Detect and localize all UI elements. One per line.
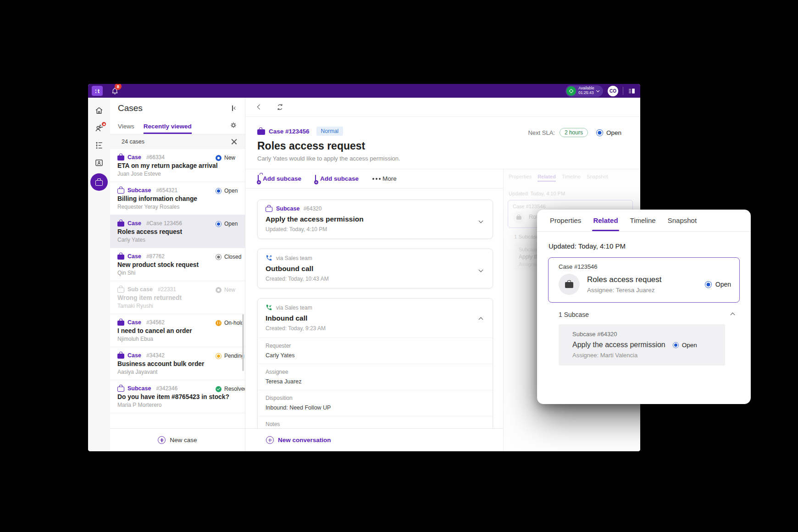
page-title: Roles access request (257, 140, 622, 152)
app-grid-button[interactable] (95, 435, 103, 442)
case-number: #654321 (156, 187, 177, 194)
chevron-up-icon[interactable] (731, 312, 735, 317)
field-value: Inbound: Need Follow UP (266, 405, 485, 411)
case-list-item[interactable]: Case #34342 Pending Business account bul… (110, 347, 245, 380)
case-number: #66334 (146, 154, 165, 161)
case-cards: Subcase #64320 Apply the access permissi… (245, 188, 503, 428)
nav-contacts[interactable] (94, 158, 104, 168)
add-subcase-note-button[interactable]: Add subcase (315, 175, 359, 182)
case-status: Open (705, 281, 731, 288)
cases-panel-tabs: Views Recently viewed (110, 119, 245, 134)
main-toolbar (245, 98, 640, 117)
user-avatar[interactable]: CO (608, 86, 618, 96)
case-list-item[interactable]: Case #66334 New ETA on my return package… (110, 149, 245, 182)
desktop-background: t 8 Available 01:25:43 CO (0, 0, 798, 532)
case-briefcase-icon (117, 255, 124, 260)
more-button[interactable]: More (372, 175, 397, 182)
case-assignee: Assignee: Teresa Juarez (587, 287, 662, 294)
related-case-card[interactable]: Case #123546 Roles access request Assign… (548, 257, 740, 303)
case-type-label: Case (127, 154, 141, 161)
availability-status[interactable]: Available 01:25:43 (565, 85, 603, 97)
subcase-card[interactable]: Subcase #64320 Apply the access permissi… (257, 200, 493, 239)
case-list-item[interactable]: Subcase #654321 Open Billing information… (110, 182, 245, 215)
close-icon[interactable] (231, 139, 237, 145)
tab-snapshot[interactable]: Snapshot (668, 210, 697, 231)
new-conversation-button[interactable]: New conversation (245, 428, 503, 451)
case-title: Wrong item returnedt (117, 294, 238, 301)
inbound-call-card[interactable]: via Sales team Inbound call Created: Tod… (257, 298, 493, 428)
cases-panel: Cases Views Recently viewed (110, 98, 245, 451)
nav-cases[interactable] (90, 173, 108, 191)
status-label: Open (224, 221, 238, 227)
chevron-down-icon (596, 89, 600, 93)
call-fields: Requester Carly Yates Assignee Teresa Ju… (258, 338, 493, 428)
case-list-item[interactable]: Subcase #342346 Resolved Do you have ite… (110, 380, 245, 413)
card-via-label: via Sales team (276, 255, 312, 261)
nav-workspace[interactable] (94, 140, 104, 150)
subcase-title: Apply the access permission (572, 341, 665, 349)
case-list-item[interactable]: Case #34562 On-hold I need to cancel an … (110, 314, 245, 347)
case-briefcase-icon (117, 222, 124, 227)
refresh-icon[interactable] (276, 103, 284, 111)
collapse-panel-icon[interactable] (232, 105, 236, 111)
workflow-icon (94, 141, 104, 150)
tab-views[interactable]: Views (118, 123, 134, 134)
app-logo[interactable]: t (92, 86, 103, 96)
tab-recently-viewed[interactable]: Recently viewed (144, 123, 192, 134)
related-subcase-card[interactable]: Subcase #64320 Apply the access permissi… (559, 324, 725, 366)
status-label: Open (682, 342, 697, 349)
topbar-right: Available 01:25:43 CO (565, 85, 636, 97)
add-subcase-label: Add subcase (263, 175, 301, 182)
field-disposition: Disposition Inbound: Need Follow UP (258, 390, 493, 416)
popup-tabs: Properties Related Timeline Snapshot (537, 210, 751, 232)
status-open-icon (216, 221, 222, 227)
status-label: Open (606, 129, 621, 136)
notification-badge: 8 (115, 84, 122, 90)
new-case-label: New case (170, 437, 197, 443)
new-case-button[interactable]: New case (110, 428, 245, 451)
tab-related[interactable]: Related (593, 210, 618, 231)
status-closed-icon (216, 254, 222, 260)
field-label: Assignee (266, 369, 485, 375)
case-title: Roles access request (117, 228, 238, 235)
case-type-label: Subcase (127, 187, 151, 194)
case-title: Roles access request (587, 275, 662, 284)
available-status-icon (566, 86, 576, 96)
card-title: Apply the access permission (266, 215, 485, 223)
case-list-item-disabled[interactable]: Sub case #22331 New Wrong item returnedt… (110, 281, 245, 314)
tab-properties[interactable]: Properties (550, 210, 581, 231)
settings-button[interactable] (230, 122, 237, 134)
card-meta: Created: Today, 9:23 AM (266, 325, 485, 332)
tab-timeline[interactable]: Timeline (630, 210, 656, 231)
more-dots-icon (372, 178, 374, 180)
case-number: #Case 123456 (146, 220, 182, 227)
card-meta: Updated: Today, 4:10 PM (266, 226, 485, 233)
case-list-item-selected[interactable]: Case #Case 123456 Open Roles access requ… (110, 215, 245, 248)
case-subtitle: Requester Yeray Rosales (117, 204, 238, 210)
nav-conversations[interactable] (94, 123, 104, 133)
field-notes: Notes Carly explained the reason for the… (258, 416, 493, 428)
field-value: Teresa Juarez (266, 378, 485, 385)
case-number: #342346 (156, 385, 177, 392)
cases-count-label: 24 cases (122, 139, 144, 145)
nav-home[interactable] (94, 105, 104, 116)
case-avatar (559, 274, 580, 295)
outbound-call-card[interactable]: via Sales team Outbound call Created: To… (257, 249, 493, 288)
case-briefcase-icon (117, 321, 124, 326)
case-title: Do you have item #8765423 in stock? (117, 393, 238, 400)
status-open-icon (673, 342, 679, 348)
add-subcase-button[interactable]: Add subcase (258, 175, 301, 182)
status-label: Open (224, 188, 238, 194)
back-icon[interactable] (257, 105, 262, 110)
case-subtitle: Njimoluh Ebua (117, 336, 238, 342)
home-icon (94, 106, 104, 115)
field-label: Disposition (266, 395, 485, 401)
case-briefcase-icon (257, 129, 265, 135)
scrollbar-thumb[interactable] (242, 314, 244, 371)
case-list-item[interactable]: Case #87762 Closed New product stock req… (110, 248, 245, 281)
right-panel-toggle-icon[interactable] (628, 87, 636, 95)
case-type-label: Subcase (127, 385, 151, 392)
notifications-button[interactable]: 8 (110, 86, 120, 96)
next-sla-label: Next SLA: (528, 129, 555, 136)
case-type-label: Sub case (127, 286, 153, 293)
